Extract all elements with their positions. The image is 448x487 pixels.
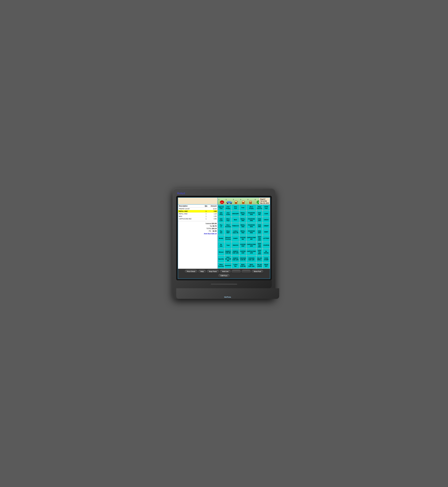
btn-refund[interactable]: Refund [218,249,224,256]
receipt-item-milk: MILK 1 2.35 [178,215,217,218]
btn-empty-2[interactable] [241,270,251,273]
btn-salad-large[interactable]: SALADLARGE [256,263,263,268]
btn-refill-320z[interactable]: REFILL320Z [240,223,246,229]
btn-void-line[interactable]: Void Line [220,270,231,273]
btn-cappuccino-120z[interactable]: CAPPUCCINO120Z [247,249,256,256]
screen: Reg117 Till 11704 Mar 20, 2013 10:54 AM … [178,197,270,279]
total-line: TOTAL $16.14 [179,227,217,230]
btn-credit[interactable]: CREDIT [263,223,270,229]
btn-cappuccino-100z[interactable]: CAPPUCCINO100Z [247,242,256,249]
btn-egg-sal-sub-6in[interactable]: EGGSAL SUB 6IN [224,256,232,262]
btn-susp-trans[interactable]: Susp Trans [207,270,219,273]
btn-beef-sub-6in[interactable]: BEEFSUB 6IN [240,263,246,268]
btn-price-check[interactable]: Price Check [185,270,198,273]
btn-fuel[interactable]: Fuel [240,205,246,211]
btn-safe-drop[interactable]: SafeDrop [218,211,224,217]
btn-food-stamp[interactable]: FOODSTAMP [263,256,270,262]
btn-cash[interactable]: CASH [263,211,270,217]
btn-chicken-sub-12in[interactable]: CHICKENSUB 12IN [247,256,256,262]
pump-3: 3 [233,199,240,204]
btn-pay-in[interactable]: PayIn [218,223,224,229]
stop-sign-icon: STOP [220,200,224,204]
svg-text:P: P [250,203,251,203]
btn-snacks[interactable]: SNACKS [232,242,239,249]
btn-hamch-sub-6in-1[interactable]: HAM/CHSUB 6IN [224,249,232,256]
col-desc: Description [179,205,203,207]
btn-fountain-320z[interactable]: FOUNTAIN320Z [247,223,256,229]
btn-coffee-bar[interactable]: CoffeeBar [232,263,239,268]
btn-check[interactable]: CHECK [263,217,270,223]
btn-coupon[interactable]: COUPON [263,242,270,249]
subtotal-line: Subtotal $15.38 [179,222,217,225]
tax-line: Tax $0.76 [179,225,217,227]
col-amount: Amount [209,205,217,207]
btn-icee-320z[interactable]: ICEE320Z [256,229,263,235]
btn-icee-80z[interactable]: ICEE80Z [256,211,263,217]
btn-iced-tea-160z[interactable]: ICEDTEA 160Z [256,235,263,242]
pump-icon-5: 7.00 P [249,200,253,204]
btn-icee-240z[interactable]: ICEE240Z [256,223,263,229]
btn-salad-small[interactable]: SALADSMALL [256,256,263,262]
btn-hamch-sub-12in-1[interactable]: HAM/CHSUB 12IN [232,249,239,256]
btn-safe-loan[interactable]: SafeLoan [218,217,224,223]
brand-logo: Ruby2 [177,192,272,195]
btn-no-sale[interactable]: NoSale [218,242,224,249]
btn-milk[interactable]: MILK [232,217,239,223]
btn-iced-tea-240z[interactable]: ICEDTEA 240Z [256,242,263,249]
receipt-item-cappuccino: CAPPUCCINO 80Z 1 0.95 [178,218,217,220]
svg-rect-13 [242,201,244,202]
btn-sandwich[interactable]: Sandwich [224,263,232,268]
btn-refill-440z[interactable]: REFILL440Z [240,229,246,235]
btn-refill-240z[interactable]: REFILL240Z [240,217,246,223]
btn-other-function-2[interactable]: OtherFunction [218,263,224,268]
btn-approve-fuel[interactable]: ApproveFuel [218,205,224,211]
receipt-totals: Subtotal $15.38 Tax $0.76 TOTAL $16.14 F… [178,221,217,236]
btn-refill-160z[interactable]: REFILL160Z [240,211,246,217]
receipt-item-refill240z: REFILL 240Z 1 0.89 [178,210,217,213]
btn-modify[interactable]: Modify [218,235,224,242]
btn-stop-fuel[interactable]: STOPFuel [263,205,270,211]
btn-grocery[interactable]: GROCERY [232,211,239,217]
btn-beef-sub-12in[interactable]: BEEFSUB 12IN [247,263,256,268]
btn-pay-out[interactable]: PayOut [218,229,224,235]
screen-header: Reg117 Till 11704 Mar 20, 2013 10:54 AM … [178,198,270,204]
main-content: Description Qty Amount PREPAY CA #07 10.… [178,204,270,269]
btn-hamch-sub-12in-2[interactable]: HAM/CHSUB 12IN [232,256,239,262]
btn-drive-off[interactable]: DRIVEOFF [263,263,270,268]
btn-icee-160z[interactable]: ICEE160Z [256,217,263,223]
pos-buttons-grid: ApproveFuel FuelPrepay ViewFuel Fuel Mov… [218,204,270,269]
btn-csr-func[interactable]: CSR Func [218,274,230,277]
btn-other-function-1[interactable]: OtherFunction [224,223,232,229]
fuel-display-area: Reg117 Till 11704 Mar 20, 2013 10:54 AM … [218,198,270,204]
btn-empty-1[interactable] [232,270,241,273]
btn-total[interactable]: Total [224,242,232,249]
btn-other-mop[interactable]: OtherMOP [224,229,232,235]
btn-coffee-100z[interactable]: COFFEE100Z [240,242,246,249]
btn-tobacco[interactable]: TOBACCO [232,223,239,229]
btn-network-function[interactable]: NetworkFunction [224,235,232,242]
btn-void-ticket[interactable]: VoidTicket [224,211,232,217]
btn-quantity[interactable]: Quantity [218,256,224,262]
btn-lottery-sales[interactable]: LotterySales Wi [232,229,239,235]
btn-coffee-80z[interactable]: COFFEE80Z [240,235,246,242]
btn-iced-tea-320z[interactable]: ICEDTEA 320Z [256,249,263,256]
btn-fountain-160z[interactable]: FOUNTAIN160Z [247,211,256,217]
brand-version: 2 [184,192,185,195]
btn-chicken-sub-6in[interactable]: CHICKENSUB 6IN [240,256,246,262]
btn-help[interactable]: Help [198,270,206,273]
btn-other-fuel-fct[interactable]: OtherFuel Fct [256,205,263,211]
btn-show-fuel[interactable]: Show Fuel [252,270,263,273]
btn-debit[interactable]: DEBIT [263,229,270,235]
btn-fountain-440z[interactable]: FOUNTAIN440Z [247,229,256,235]
btn-fountain-240z[interactable]: FOUNTAIN240Z [247,217,256,223]
btn-lottery[interactable]: LOTTERY [263,235,270,242]
btn-other-dept[interactable]: OtherDept [224,217,232,223]
till-number: Till 11704 [260,200,269,202]
btn-in-house[interactable]: IN-HOUSE [263,249,270,256]
btn-cappuccino-80z[interactable]: CAPPUCCINO80Z [247,235,256,242]
btn-fuel-prepay[interactable]: FuelPrepay [224,205,232,211]
btn-view-fuel[interactable]: ViewFuel [232,205,239,211]
btn-move-prepay[interactable]: MovePrepay [247,205,256,211]
btn-coffee-120z[interactable]: COFFEE120Z [240,249,246,256]
btn-candy[interactable]: CANDY [232,235,239,242]
